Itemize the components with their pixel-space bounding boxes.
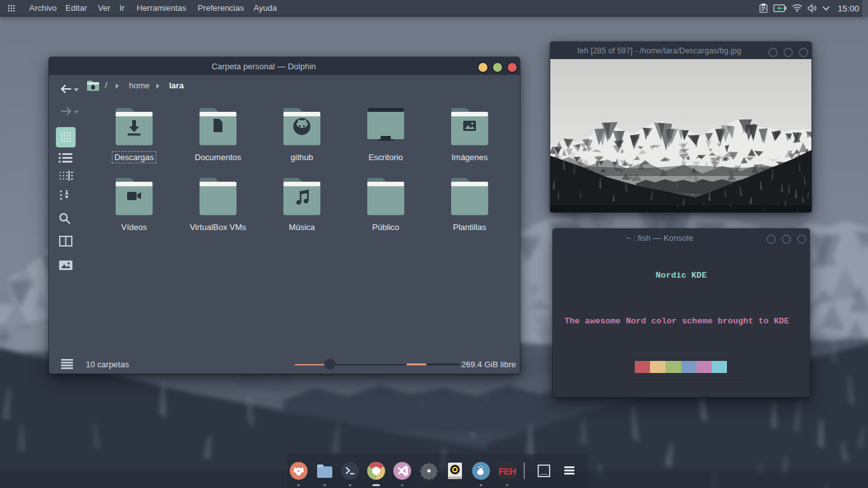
svg-text:FEH: FEH (498, 466, 515, 477)
